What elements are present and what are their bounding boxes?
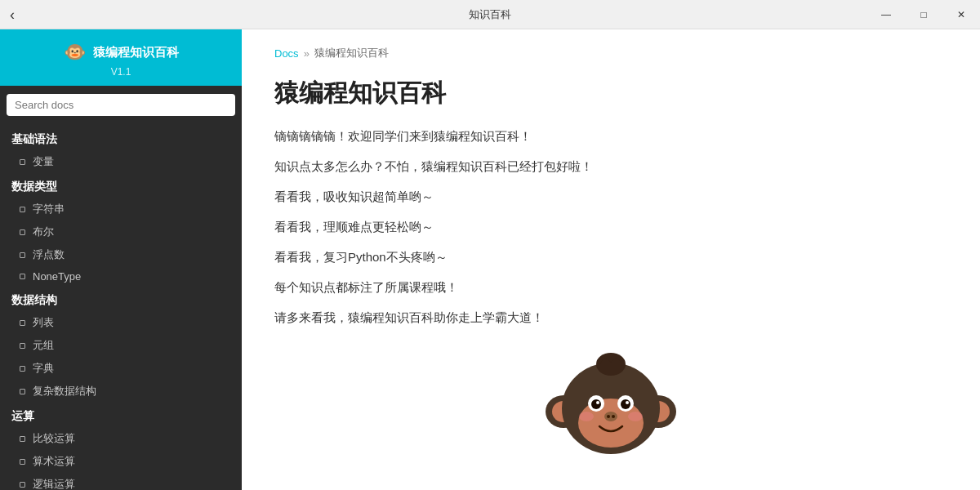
sidebar-title: 猿编程知识百科 (93, 45, 179, 60)
nav-bullet-icon (16, 433, 28, 444)
svg-point-9 (621, 399, 630, 409)
breadcrumb: Docs » 猿编程知识百科 (274, 46, 947, 60)
close-button[interactable]: ✕ (942, 0, 980, 29)
nav-bullet-icon (16, 317, 28, 328)
sidebar-logo-area: 🐵 猿编程知识百科 (64, 41, 179, 64)
nav-section-title-1: 数据类型 (0, 173, 242, 198)
svg-point-11 (626, 401, 629, 404)
svg-point-10 (596, 401, 599, 404)
svg-point-14 (604, 412, 617, 421)
maximize-button[interactable]: □ (905, 0, 942, 29)
nav-item-bool[interactable]: 布尔 (0, 220, 242, 243)
breadcrumb-current: 猿编程知识百科 (314, 46, 389, 60)
nav-item-nonetype[interactable]: NoneType (0, 266, 242, 287)
nav-item-label: 复杂数据结构 (33, 384, 96, 399)
content-para-1: 知识点太多怎么办？不怕，猿编程知识百科已经打包好啦！ (274, 155, 947, 177)
nav-section-title-0: 基础语法 (0, 126, 242, 150)
nav-bullet-icon (16, 271, 28, 283)
nav-item-label: 字典 (33, 361, 54, 376)
svg-point-15 (607, 415, 610, 418)
content-para-6: 请多来看我，猿编程知识百科助你走上学霸大道！ (274, 306, 947, 328)
nav-item-label: 变量 (33, 154, 54, 169)
nav-bullet-icon (16, 363, 28, 374)
minimize-button[interactable]: — (867, 0, 905, 29)
svg-point-13 (628, 412, 643, 421)
nav-item-label: NoneType (33, 270, 81, 283)
nav-item-compare-op[interactable]: 比较运算 (0, 427, 242, 450)
breadcrumb-separator: » (304, 47, 310, 60)
nav-bullet-icon (16, 456, 28, 467)
back-button[interactable]: ‹ (10, 0, 15, 29)
nav-item-tuple[interactable]: 元组 (0, 334, 242, 357)
content-para-3: 看看我，理顺难点更轻松哟～ (274, 216, 947, 238)
content-para-0: 镝镝镝镝镝！欢迎同学们来到猿编程知识百科！ (274, 125, 947, 147)
content-para-2: 看看我，吸收知识超简单哟～ (274, 185, 947, 207)
titlebar-title: 知识百科 (469, 7, 511, 22)
nav-item-label: 布尔 (33, 225, 54, 239)
main-content: Docs » 猿编程知识百科 猿编程知识百科 镝镝镝镝镝！欢迎同学们来到猿编程知… (242, 29, 980, 490)
nav-section-title-2: 数据结构 (0, 287, 242, 311)
content-title: 猿编程知识百科 (274, 77, 947, 109)
nav-bullet-icon (16, 249, 28, 261)
search-box-wrap (0, 86, 242, 122)
window-controls: — □ ✕ (867, 0, 980, 29)
monkey-illustration-area (274, 345, 947, 475)
svg-point-12 (579, 412, 594, 421)
titlebar: ‹ 知识百科 — □ ✕ (0, 0, 980, 29)
nav-item-logic-op[interactable]: 逻辑运算 (0, 473, 242, 490)
breadcrumb-docs-link[interactable]: Docs (274, 47, 299, 60)
nav-item-arith-op[interactable]: 算术运算 (0, 450, 242, 473)
sidebar-version: V1.1 (111, 66, 131, 78)
nav-item-label: 比较运算 (33, 431, 75, 446)
app-body: 🐵 猿编程知识百科 V1.1 基础语法 变量 数据类型 字符串 布尔 (0, 29, 980, 490)
nav-bullet-icon (16, 385, 28, 397)
nav-item-float[interactable]: 浮点数 (0, 243, 242, 266)
svg-point-5 (578, 399, 644, 448)
nav-section-title-3: 运算 (0, 403, 242, 427)
nav-item-complex-ds[interactable]: 复杂数据结构 (0, 380, 242, 403)
sidebar: 🐵 猿编程知识百科 V1.1 基础语法 变量 数据类型 字符串 布尔 (0, 29, 242, 490)
nav-item-dict[interactable]: 字典 (0, 357, 242, 380)
sidebar-header: 🐵 猿编程知识百科 V1.1 (0, 29, 242, 86)
nav-bullet-icon (16, 479, 28, 490)
nav-bullet-icon (16, 156, 28, 167)
sidebar-nav: 基础语法 变量 数据类型 字符串 布尔 浮点数 NoneType (0, 122, 242, 490)
nav-bullet-icon (16, 203, 28, 215)
nav-item-label: 元组 (33, 338, 54, 353)
nav-item-label: 浮点数 (33, 247, 65, 262)
content-para-5: 每个知识点都标注了所属课程哦！ (274, 276, 947, 298)
svg-point-16 (612, 415, 615, 418)
nav-item-variable[interactable]: 变量 (0, 150, 242, 173)
svg-point-8 (591, 399, 601, 409)
content-para-4: 看看我，复习Python不头疼哟～ (274, 246, 947, 268)
nav-item-label: 算术运算 (33, 454, 75, 469)
nav-item-string[interactable]: 字符串 (0, 198, 242, 220)
nav-item-list[interactable]: 列表 (0, 311, 242, 334)
search-input[interactable] (7, 94, 235, 116)
nav-bullet-icon (16, 340, 28, 351)
nav-item-label: 字符串 (33, 202, 65, 216)
monkey-illustration (537, 345, 684, 475)
monkey-logo-icon: 🐵 (64, 41, 87, 64)
nav-item-label: 逻辑运算 (33, 477, 75, 490)
nav-bullet-icon (16, 226, 28, 238)
nav-item-label: 列表 (33, 315, 54, 330)
